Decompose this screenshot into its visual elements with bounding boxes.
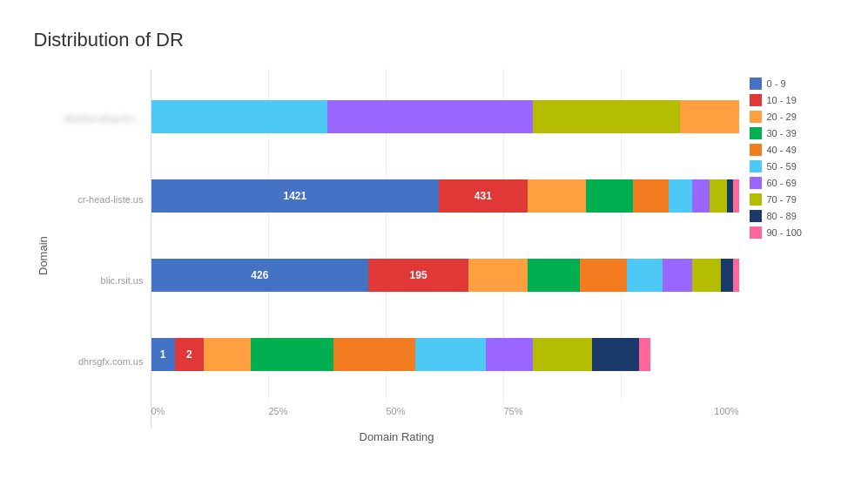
- bar-segment-2-9: [733, 259, 739, 292]
- legend-color-0: [750, 78, 762, 90]
- legend-item-7: 70 - 79: [750, 193, 835, 206]
- x-axis: 0%25%50%75%100%: [151, 402, 739, 429]
- bar-track-2: 426195: [151, 259, 739, 292]
- legend-color-9: [750, 226, 762, 239]
- legend-color-7: [750, 193, 762, 206]
- y-axis-label: Domain: [34, 69, 51, 443]
- bar-segment-0-1: [327, 100, 533, 133]
- legend-color-3: [750, 127, 762, 139]
- bar-segment-3-8: [592, 338, 639, 371]
- legend-label-4: 40 - 49: [767, 145, 797, 155]
- legend-label-7: 70 - 79: [767, 194, 797, 205]
- bar-row-3: 12: [151, 334, 739, 375]
- legend-color-6: [750, 177, 762, 189]
- bar-segment-3-5: [415, 338, 486, 371]
- bar-segment-1-2: [528, 179, 587, 213]
- bar-segment-3-6: [486, 338, 533, 371]
- legend-item-9: 90 - 100: [750, 226, 835, 239]
- legend-item-4: 40 - 49: [750, 144, 835, 156]
- legend-label-1: 10 - 19: [767, 95, 797, 105]
- bar-track-0: [151, 100, 739, 133]
- chart-body: Domain domino-shop.fr.c...cr-head-liste.…: [34, 69, 835, 443]
- bar-segment-1-3: [586, 179, 633, 213]
- bar-segment-3-3: [251, 338, 333, 371]
- legend-label-3: 30 - 39: [767, 128, 797, 138]
- bar-track-1: 1421431: [151, 179, 739, 213]
- bar-segment-2-4: [580, 259, 627, 292]
- bar-row-0: [151, 96, 739, 138]
- bar-segment-1-9: [733, 179, 739, 213]
- legend-label-2: 20 - 29: [767, 111, 797, 122]
- x-tick-3: 75%: [504, 406, 622, 416]
- bar-segment-0-0: [151, 100, 328, 133]
- bar-segment-2-6: [663, 259, 692, 292]
- bars-wrapper: 142143142619512: [151, 69, 739, 402]
- legend-item-6: 60 - 69: [750, 177, 835, 189]
- bar-segment-1-6: [692, 179, 710, 213]
- bars-and-axis: domino-shop.fr.c...cr-head-liste.usblic.…: [55, 69, 739, 429]
- bar-segment-3-1: 2: [175, 338, 205, 371]
- bar-segment-2-0: 426: [151, 259, 369, 292]
- chart-area: domino-shop.fr.c...cr-head-liste.usblic.…: [55, 69, 739, 443]
- bar-segment-1-1: 431: [439, 179, 527, 213]
- bar-segment-2-8: [721, 259, 733, 292]
- bar-segment-1-4: [633, 179, 669, 213]
- legend-label-0: 0 - 9: [767, 78, 786, 89]
- bar-segment-1-7: [710, 179, 727, 213]
- bar-segment-3-7: [533, 338, 592, 371]
- y-labels: domino-shop.fr.c...cr-head-liste.usblic.…: [55, 69, 151, 429]
- y-label-1: cr-head-liste.us: [55, 194, 151, 205]
- bar-segment-2-1: 195: [368, 259, 468, 292]
- legend-color-4: [750, 144, 762, 156]
- legend-label-6: 60 - 69: [767, 178, 797, 188]
- bar-segment-3-9: [639, 338, 651, 371]
- x-tick-0: 0%: [151, 406, 269, 416]
- bars-container: 142143142619512 0%25%50%75%100%: [151, 69, 739, 429]
- bar-segment-0-2: [533, 100, 680, 133]
- legend-label-9: 90 - 100: [767, 227, 802, 238]
- bar-track-3: 12: [151, 338, 739, 371]
- bar-segment-0-3: [680, 100, 739, 133]
- x-tick-4: 100%: [622, 406, 739, 416]
- legend-item-3: 30 - 39: [750, 127, 835, 139]
- x-axis-label: Domain Rating: [55, 430, 739, 443]
- legend-color-8: [750, 210, 762, 222]
- legend-item-1: 10 - 19: [750, 94, 835, 106]
- legend-label-5: 50 - 59: [767, 161, 797, 172]
- legend-color-5: [750, 160, 762, 172]
- legend: 0 - 910 - 1920 - 2930 - 3940 - 4950 - 59…: [739, 69, 835, 443]
- legend-item-8: 80 - 89: [750, 210, 835, 222]
- x-tick-2: 50%: [387, 406, 504, 416]
- bar-segment-2-2: [468, 259, 528, 292]
- bar-segment-3-4: [333, 338, 416, 371]
- y-label-3: dhrsgfx.com.us: [55, 356, 151, 367]
- legend-label-8: 80 - 89: [767, 211, 797, 221]
- bar-segment-1-0: 1421: [151, 179, 440, 213]
- bar-segment-1-8: [727, 179, 733, 213]
- y-label-0: domino-shop.fr.c...: [55, 113, 151, 124]
- bar-segment-1-5: [669, 179, 692, 213]
- chart-container: Distribution of DR Domain domino-shop.fr…: [17, 11, 852, 482]
- bar-row-2: 426195: [151, 254, 739, 296]
- legend-item-0: 0 - 9: [750, 78, 835, 90]
- bar-segment-2-7: [692, 259, 722, 292]
- x-tick-1: 25%: [269, 406, 387, 416]
- legend-item-2: 20 - 29: [750, 111, 835, 123]
- bar-segment-3-0: 1: [151, 338, 175, 371]
- legend-color-2: [750, 111, 762, 123]
- legend-color-1: [750, 94, 762, 106]
- chart-title: Distribution of DR: [34, 29, 835, 51]
- y-label-2: blic.rsit.us: [55, 275, 151, 286]
- bar-segment-3-2: [204, 338, 251, 371]
- bar-segment-2-3: [528, 259, 581, 292]
- legend-item-5: 50 - 59: [750, 160, 835, 172]
- bar-segment-2-5: [627, 259, 663, 292]
- bar-row-1: 1421431: [151, 175, 739, 217]
